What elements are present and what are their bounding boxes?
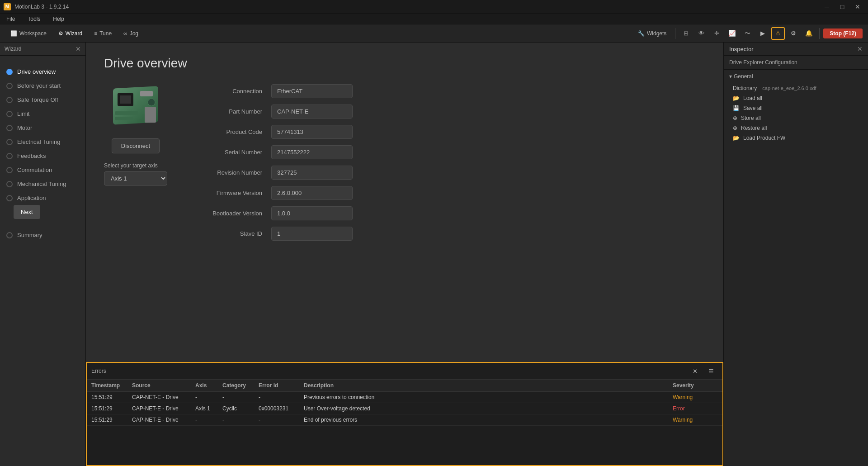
dictionary-label: Dictionary (733, 85, 757, 91)
warning-icon-button[interactable]: ⚠ (771, 27, 785, 40)
error-row-0[interactable]: 15:51:29 CAP-NET-E - Drive - - - Previou… (87, 392, 722, 403)
error-2-axis: - (195, 417, 222, 423)
jog-button[interactable]: ∞ Jog (118, 28, 143, 39)
store-icon: ⊕ (733, 115, 737, 121)
wizard-tab-title: Wizard (5, 46, 21, 52)
minimize-button[interactable]: ─ (820, 2, 834, 11)
widgets-button[interactable]: 🔧 Widgets (633, 28, 671, 39)
maximize-button[interactable]: □ (835, 2, 849, 11)
step-commutation[interactable]: Commutation (5, 163, 81, 177)
error-row-2[interactable]: 15:51:29 CAP-NET-E - Drive - - - End of … (87, 414, 722, 426)
stop-button[interactable]: Stop (F12) (823, 29, 863, 38)
step-feedbacks[interactable]: Feedbacks (5, 149, 81, 163)
field-product-code: Product Code (194, 125, 353, 139)
menu-tools[interactable]: Tools (25, 15, 43, 23)
field-revision-number: Revision Number (194, 166, 353, 180)
inspector-save-all[interactable]: 💾 Save all (729, 103, 863, 113)
error-row-1[interactable]: 15:51:29 CAP-NET-E - Drive Axis 1 Cyclic… (87, 403, 722, 414)
inspector-close-button[interactable]: ✕ (857, 45, 863, 52)
axis-select[interactable]: Axis 1 (104, 171, 167, 185)
menu-help[interactable]: Help (50, 15, 67, 23)
inspector-restore-all[interactable]: ⊕ Restore all (729, 123, 863, 133)
step-motor[interactable]: Motor (5, 121, 81, 135)
error-0-axis: - (195, 394, 222, 400)
step-limit[interactable]: Limit (5, 107, 81, 121)
content-area: Drive overview (86, 43, 723, 466)
input-slave-id (271, 227, 353, 241)
drive-image (108, 84, 163, 129)
drive-section: Disconnect Select your target axis Axis … (104, 84, 705, 241)
error-2-error-id: - (259, 417, 304, 423)
step-dot-mechanical-tuning (6, 181, 13, 187)
step-dot-commutation (6, 167, 13, 173)
step-before-start[interactable]: Before your start (5, 79, 81, 93)
svg-rect-2 (120, 95, 131, 104)
error-0-timestamp: 15:51:29 (91, 394, 132, 400)
inspector-header: Inspector ✕ (724, 43, 868, 56)
workspace-label: Workspace (19, 30, 47, 37)
col-header-description: Description (304, 382, 673, 389)
step-mechanical-tuning[interactable]: Mechanical Tuning (5, 177, 81, 191)
title-bar: M MotionLab 3 - 1.9.2.14 ─ □ ✕ (0, 0, 868, 14)
step-electrical-tuning[interactable]: Electrical Tuning (5, 135, 81, 149)
wizard-tab-close[interactable]: ✕ (75, 45, 81, 52)
svg-rect-4 (115, 111, 138, 115)
error-2-description: End of previous errors (304, 417, 673, 423)
tune-button[interactable]: ≡ Tune (89, 28, 117, 39)
inspector-subtitle: Drive Explorer Configuration (724, 56, 868, 70)
grid-icon-button[interactable]: ⊞ (679, 27, 693, 40)
error-0-severity: Warning (673, 394, 718, 400)
label-bootloader-version: Bootloader Version (194, 210, 262, 217)
errors-column-headers: Timestamp Source Axis Category Error id … (87, 380, 722, 392)
wizard-button[interactable]: ⚙ Wizard (53, 28, 87, 39)
step-label-commutation: Commutation (17, 166, 52, 173)
error-1-error-id: 0x00003231 (259, 405, 304, 412)
chart-icon-button[interactable]: 📈 (725, 27, 739, 40)
inspector-panel: Inspector ✕ Drive Explorer Configuration… (723, 43, 868, 466)
drive-image-area: Disconnect Select your target axis Axis … (104, 84, 167, 241)
field-serial-number: Serial Number (194, 145, 353, 159)
error-2-severity: Warning (673, 417, 718, 423)
workspace-button[interactable]: ⬜ Workspace (5, 28, 52, 39)
restore-all-label: Restore all (741, 125, 767, 131)
step-label-summary: Summary (17, 232, 42, 238)
save-all-label: Save all (743, 105, 763, 111)
step-drive-overview[interactable]: Drive overview (5, 65, 81, 79)
svg-rect-5 (115, 117, 133, 120)
input-serial-number (271, 145, 353, 159)
terminal-icon-button[interactable]: ▶ (756, 27, 769, 40)
errors-options-button[interactable]: ☰ (704, 365, 718, 377)
step-application[interactable]: Application (5, 191, 81, 205)
load-product-fw-label: Load Product FW (743, 135, 785, 141)
inspector-load-all[interactable]: 📂 Load all (729, 93, 863, 103)
step-dot-limit (6, 111, 13, 117)
step-safe-torque[interactable]: Safe Torque Off (5, 93, 81, 107)
wave-icon-button[interactable]: 〜 (741, 27, 754, 40)
error-1-category: Cyclic (222, 405, 259, 412)
gear-icon-button[interactable]: ⚙ (787, 27, 800, 40)
input-part-number (271, 105, 353, 119)
eye-icon-button[interactable]: 👁 (694, 27, 708, 40)
svg-rect-3 (140, 91, 153, 96)
menu-file[interactable]: File (4, 15, 18, 23)
inspector-store-all[interactable]: ⊕ Store all (729, 113, 863, 123)
step-dot-application (6, 195, 13, 201)
next-button[interactable]: Next (14, 205, 40, 219)
error-1-axis: Axis 1 (195, 405, 222, 412)
pcb-svg (108, 84, 163, 129)
move-icon-button[interactable]: ✛ (710, 27, 723, 40)
label-slave-id: Slave ID (194, 230, 262, 237)
folder-open-icon: 📂 (733, 95, 740, 101)
error-0-category: - (222, 394, 259, 400)
step-summary[interactable]: Summary (5, 228, 81, 242)
disconnect-button[interactable]: Disconnect (112, 138, 160, 153)
col-header-error-id: Error id (259, 382, 304, 389)
widgets-label: Widgets (647, 30, 666, 37)
close-button[interactable]: ✕ (851, 2, 864, 11)
errors-header: Errors ✕ ☰ (87, 363, 722, 380)
step-dot-drive-overview (6, 69, 13, 75)
errors-close-button[interactable]: ✕ (688, 365, 702, 377)
error-1-description: User Over-voltage detected (304, 405, 673, 412)
inspector-load-product-fw[interactable]: 📂 Load Product FW (729, 133, 863, 143)
bell-icon-button[interactable]: 🔔 (802, 27, 816, 40)
